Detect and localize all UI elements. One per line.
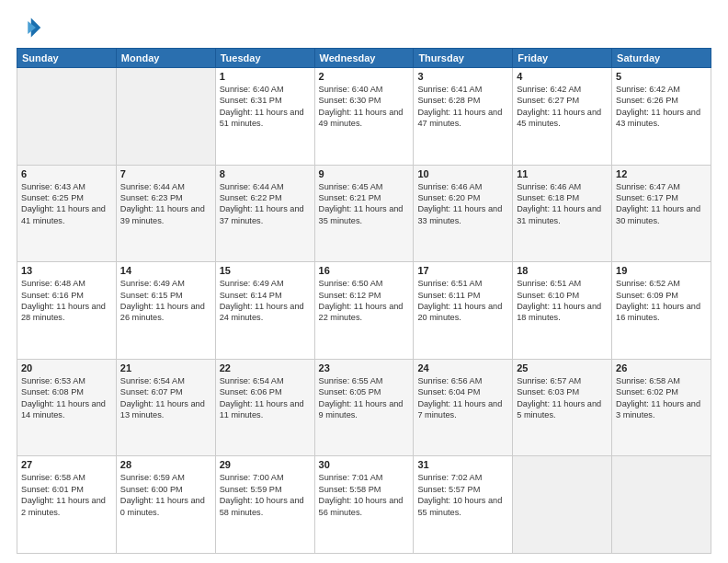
day-number: 29 [220, 459, 311, 470]
day-detail: Sunrise: 6:42 AM Sunset: 6:27 PM Dayligh… [517, 84, 608, 130]
calendar-day: 24Sunrise: 6:56 AM Sunset: 6:04 PM Dayli… [414, 359, 513, 456]
calendar-header-row: SundayMondayTuesdayWednesdayThursdayFrid… [17, 49, 711, 68]
day-detail: Sunrise: 6:42 AM Sunset: 6:26 PM Dayligh… [616, 84, 707, 130]
calendar-day: 18Sunrise: 6:51 AM Sunset: 6:10 PM Dayli… [513, 262, 612, 360]
calendar-week-row: 13Sunrise: 6:48 AM Sunset: 6:16 PM Dayli… [17, 262, 711, 360]
day-detail: Sunrise: 6:55 AM Sunset: 6:05 PM Dayligh… [319, 375, 410, 421]
day-detail: Sunrise: 6:57 AM Sunset: 6:03 PM Dayligh… [517, 375, 608, 421]
logo-icon [17, 15, 42, 40]
calendar-day: 20Sunrise: 6:53 AM Sunset: 6:08 PM Dayli… [17, 359, 117, 456]
calendar-day: 21Sunrise: 6:54 AM Sunset: 6:07 PM Dayli… [116, 359, 215, 456]
day-number: 1 [220, 71, 311, 82]
day-detail: Sunrise: 6:50 AM Sunset: 6:12 PM Dayligh… [319, 278, 410, 324]
calendar-week-row: 6Sunrise: 6:43 AM Sunset: 6:25 PM Daylig… [17, 165, 711, 262]
day-number: 2 [319, 71, 410, 82]
day-number: 27 [21, 459, 112, 470]
calendar-day: 4Sunrise: 6:42 AM Sunset: 6:27 PM Daylig… [513, 68, 612, 166]
calendar-day: 12Sunrise: 6:47 AM Sunset: 6:17 PM Dayli… [612, 165, 711, 262]
day-number: 16 [319, 265, 410, 276]
calendar-day: 23Sunrise: 6:55 AM Sunset: 6:05 PM Dayli… [314, 359, 414, 456]
calendar-day: 1Sunrise: 6:40 AM Sunset: 6:31 PM Daylig… [215, 68, 314, 166]
calendar-day: 30Sunrise: 7:01 AM Sunset: 5:58 PM Dayli… [314, 456, 414, 554]
calendar-day: 27Sunrise: 6:58 AM Sunset: 6:01 PM Dayli… [17, 456, 117, 554]
day-detail: Sunrise: 6:56 AM Sunset: 6:04 PM Dayligh… [417, 375, 508, 421]
calendar-day [612, 456, 711, 554]
calendar-day: 11Sunrise: 6:46 AM Sunset: 6:18 PM Dayli… [513, 165, 612, 262]
day-detail: Sunrise: 6:52 AM Sunset: 6:09 PM Dayligh… [616, 278, 707, 324]
day-number: 6 [21, 168, 112, 179]
day-detail: Sunrise: 6:47 AM Sunset: 6:17 PM Dayligh… [616, 181, 707, 227]
calendar-day: 2Sunrise: 6:40 AM Sunset: 6:30 PM Daylig… [314, 68, 414, 166]
day-detail: Sunrise: 6:45 AM Sunset: 6:21 PM Dayligh… [319, 181, 410, 227]
day-number: 15 [220, 265, 311, 276]
calendar-day [17, 68, 117, 166]
day-detail: Sunrise: 6:46 AM Sunset: 6:20 PM Dayligh… [417, 181, 508, 227]
calendar-day: 9Sunrise: 6:45 AM Sunset: 6:21 PM Daylig… [314, 165, 414, 262]
calendar-day: 6Sunrise: 6:43 AM Sunset: 6:25 PM Daylig… [17, 165, 117, 262]
day-number: 22 [220, 362, 311, 373]
day-detail: Sunrise: 6:54 AM Sunset: 6:07 PM Dayligh… [120, 375, 211, 421]
day-header: Sunday [17, 49, 117, 68]
day-number: 7 [120, 168, 211, 179]
day-number: 11 [517, 168, 608, 179]
calendar-day: 19Sunrise: 6:52 AM Sunset: 6:09 PM Dayli… [612, 262, 711, 360]
day-header: Friday [513, 49, 612, 68]
day-number: 12 [616, 168, 707, 179]
calendar-day: 8Sunrise: 6:44 AM Sunset: 6:22 PM Daylig… [215, 165, 314, 262]
day-detail: Sunrise: 6:58 AM Sunset: 6:02 PM Dayligh… [616, 375, 707, 421]
calendar-day: 3Sunrise: 6:41 AM Sunset: 6:28 PM Daylig… [414, 68, 513, 166]
day-number: 31 [417, 459, 508, 470]
day-number: 9 [319, 168, 410, 179]
calendar-day: 7Sunrise: 6:44 AM Sunset: 6:23 PM Daylig… [116, 165, 215, 262]
day-number: 10 [417, 168, 508, 179]
calendar-day: 25Sunrise: 6:57 AM Sunset: 6:03 PM Dayli… [513, 359, 612, 456]
day-number: 28 [120, 459, 211, 470]
day-detail: Sunrise: 6:49 AM Sunset: 6:15 PM Dayligh… [120, 278, 211, 324]
day-number: 20 [21, 362, 112, 373]
day-number: 4 [517, 71, 608, 82]
day-number: 18 [517, 265, 608, 276]
day-detail: Sunrise: 6:51 AM Sunset: 6:11 PM Dayligh… [417, 278, 508, 324]
calendar-day: 26Sunrise: 6:58 AM Sunset: 6:02 PM Dayli… [612, 359, 711, 456]
calendar-week-row: 1Sunrise: 6:40 AM Sunset: 6:31 PM Daylig… [17, 68, 711, 166]
day-detail: Sunrise: 6:58 AM Sunset: 6:01 PM Dayligh… [21, 472, 112, 518]
day-number: 13 [21, 265, 112, 276]
day-detail: Sunrise: 6:46 AM Sunset: 6:18 PM Dayligh… [517, 181, 608, 227]
day-detail: Sunrise: 7:01 AM Sunset: 5:58 PM Dayligh… [319, 472, 410, 518]
calendar-day: 14Sunrise: 6:49 AM Sunset: 6:15 PM Dayli… [116, 262, 215, 360]
day-detail: Sunrise: 6:44 AM Sunset: 6:22 PM Dayligh… [220, 181, 311, 227]
day-number: 14 [120, 265, 211, 276]
day-detail: Sunrise: 7:02 AM Sunset: 5:57 PM Dayligh… [417, 472, 508, 518]
calendar-day: 15Sunrise: 6:49 AM Sunset: 6:14 PM Dayli… [215, 262, 314, 360]
calendar-day: 16Sunrise: 6:50 AM Sunset: 6:12 PM Dayli… [314, 262, 414, 360]
day-detail: Sunrise: 6:43 AM Sunset: 6:25 PM Dayligh… [21, 181, 112, 227]
day-header: Thursday [414, 49, 513, 68]
day-number: 5 [616, 71, 707, 82]
calendar: SundayMondayTuesdayWednesdayThursdayFrid… [17, 48, 711, 554]
header [17, 15, 711, 40]
day-detail: Sunrise: 6:53 AM Sunset: 6:08 PM Dayligh… [21, 375, 112, 421]
day-header: Wednesday [314, 49, 414, 68]
day-detail: Sunrise: 6:41 AM Sunset: 6:28 PM Dayligh… [417, 84, 508, 130]
day-header: Monday [116, 49, 215, 68]
calendar-body: 1Sunrise: 6:40 AM Sunset: 6:31 PM Daylig… [17, 68, 711, 554]
day-detail: Sunrise: 6:44 AM Sunset: 6:23 PM Dayligh… [120, 181, 211, 227]
day-detail: Sunrise: 6:49 AM Sunset: 6:14 PM Dayligh… [220, 278, 311, 324]
day-number: 8 [220, 168, 311, 179]
logo [17, 15, 46, 40]
calendar-week-row: 27Sunrise: 6:58 AM Sunset: 6:01 PM Dayli… [17, 456, 711, 554]
day-header: Tuesday [215, 49, 314, 68]
calendar-day: 13Sunrise: 6:48 AM Sunset: 6:16 PM Dayli… [17, 262, 117, 360]
day-detail: Sunrise: 6:54 AM Sunset: 6:06 PM Dayligh… [220, 375, 311, 421]
day-detail: Sunrise: 6:40 AM Sunset: 6:30 PM Dayligh… [319, 84, 410, 130]
day-number: 23 [319, 362, 410, 373]
day-number: 19 [616, 265, 707, 276]
day-number: 17 [417, 265, 508, 276]
day-detail: Sunrise: 6:48 AM Sunset: 6:16 PM Dayligh… [21, 278, 112, 324]
calendar-week-row: 20Sunrise: 6:53 AM Sunset: 6:08 PM Dayli… [17, 359, 711, 456]
day-number: 24 [417, 362, 508, 373]
calendar-day: 5Sunrise: 6:42 AM Sunset: 6:26 PM Daylig… [612, 68, 711, 166]
calendar-day: 10Sunrise: 6:46 AM Sunset: 6:20 PM Dayli… [414, 165, 513, 262]
day-detail: Sunrise: 6:40 AM Sunset: 6:31 PM Dayligh… [220, 84, 311, 130]
calendar-day: 28Sunrise: 6:59 AM Sunset: 6:00 PM Dayli… [116, 456, 215, 554]
